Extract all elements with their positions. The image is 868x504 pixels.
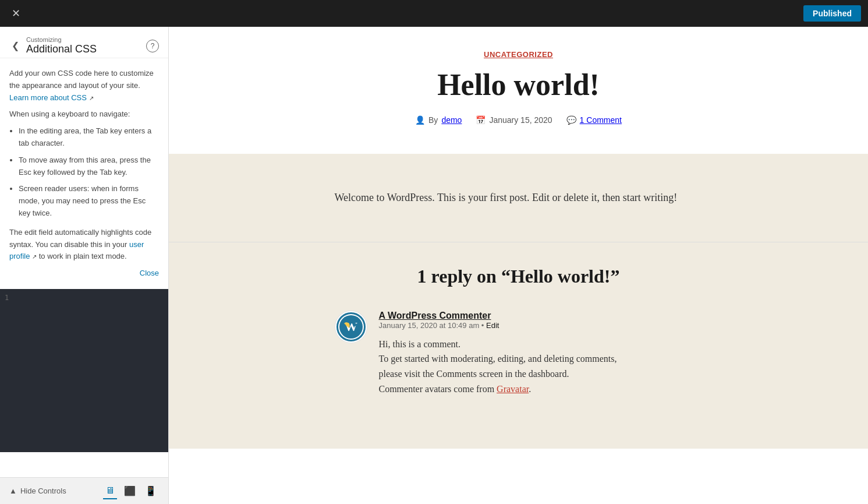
- main-layout: Customizing Additional CSS ? Add your ow…: [0, 27, 868, 504]
- meta-date: 📅 January 15, 2020: [476, 115, 552, 125]
- tablet-icon: ⬛: [124, 486, 136, 496]
- top-bar: ✕ Published: [0, 0, 868, 27]
- avatar: W: [335, 311, 367, 343]
- comments-section: 1 reply on “Hello world!” W: [169, 242, 868, 449]
- top-bar-left: ✕: [7, 6, 25, 21]
- svg-point-4: [346, 323, 349, 326]
- comment-text: Hi, this is a comment. To get started wi…: [379, 337, 703, 396]
- comment-icon: 💬: [566, 115, 576, 125]
- author-label: By: [428, 115, 438, 125]
- desktop-device-button[interactable]: 🖥: [103, 483, 117, 499]
- sidebar-content: Add your own CSS code here to customize …: [0, 58, 168, 289]
- ext-link-icon2: ↗: [32, 253, 37, 260]
- sidebar-header-left: Customizing Additional CSS: [9, 36, 97, 55]
- svg-point-5: [353, 323, 356, 326]
- hide-controls-button[interactable]: ▲ Hide Controls: [9, 487, 66, 495]
- keyboard-tips-list: In the editing area, the Tab key enters …: [9, 125, 159, 220]
- post-body: Welcome to WordPress. This is your first…: [169, 154, 868, 242]
- keyboard-tip-1: In the editing area, the Tab key enters …: [19, 125, 159, 150]
- calendar-icon: 📅: [476, 115, 486, 125]
- person-icon: 👤: [415, 115, 425, 125]
- comment-author[interactable]: A WordPress Commenter: [379, 311, 703, 321]
- arrow-up-icon: ▲: [9, 487, 17, 495]
- arrow-left-icon: [12, 41, 19, 51]
- sidebar-bottom: ▲ Hide Controls 🖥 ⬛ 📱: [0, 477, 168, 504]
- css-textarea[interactable]: [0, 289, 168, 452]
- comment-date: January 15, 2020 at 10:49 am • Edit: [379, 321, 703, 330]
- plain-text-note: to work in plain text mode.: [39, 252, 127, 260]
- ext-link-icon: ↗: [89, 95, 94, 101]
- keyboard-tip-2: To move away from this area, press the E…: [19, 154, 159, 179]
- comment-body: A WordPress Commenter January 15, 2020 a…: [379, 311, 703, 396]
- comments-title: 1 reply on “Hello world!”: [335, 266, 703, 287]
- comments-link[interactable]: 1 Comment: [580, 115, 622, 125]
- comments-inner: 1 reply on “Hello world!” W: [321, 266, 717, 396]
- sidebar-title-group: Customizing Additional CSS: [26, 36, 97, 55]
- meta-comments: 💬 1 Comment: [566, 115, 622, 125]
- hide-controls-label: Hide Controls: [20, 487, 66, 495]
- gravatar-link[interactable]: Gravatar: [497, 384, 529, 394]
- tablet-device-button[interactable]: ⬛: [122, 483, 138, 499]
- desktop-icon: 🖥: [105, 485, 115, 495]
- learn-more-link[interactable]: Learn more about CSS: [9, 93, 87, 102]
- keyboard-tip-3: Screen reader users: when in forms mode,…: [19, 183, 159, 219]
- post-header: UNCATEGORIZED Hello world! 👤 By demo 📅 J…: [169, 27, 868, 154]
- wordpress-logo-icon: W: [335, 311, 367, 343]
- published-button[interactable]: Published: [803, 5, 861, 22]
- keyboard-nav-label: When using a keyboard to navigate:: [9, 108, 159, 121]
- meta-author: 👤 By demo: [415, 115, 462, 125]
- sidebar: Customizing Additional CSS ? Add your ow…: [0, 27, 169, 504]
- svg-text:W: W: [345, 319, 357, 334]
- mobile-device-button[interactable]: 📱: [143, 483, 159, 499]
- preview-area: UNCATEGORIZED Hello world! 👤 By demo 📅 J…: [169, 27, 868, 504]
- mobile-icon: 📱: [145, 486, 157, 496]
- device-buttons: 🖥 ⬛ 📱: [103, 483, 159, 499]
- help-button[interactable]: ?: [146, 40, 159, 52]
- post-content: Welcome to WordPress. This is your first…: [335, 189, 703, 207]
- sidebar-title: Additional CSS: [26, 43, 97, 55]
- close-button[interactable]: ✕: [7, 6, 25, 21]
- close-link[interactable]: Close: [9, 267, 159, 280]
- line-number: 1: [5, 294, 9, 302]
- post-body-inner: Welcome to WordPress. This is your first…: [321, 189, 717, 207]
- sidebar-scroll: Add your own CSS code here to customize …: [0, 58, 168, 477]
- post-title: Hello world!: [169, 68, 868, 101]
- edit-comment-link[interactable]: Edit: [486, 321, 499, 330]
- css-editor: 1: [0, 289, 168, 452]
- comment-item: W A WordPress Commenter January 15, 2020…: [335, 311, 703, 396]
- description-text: Add your own CSS code here to customize …: [9, 68, 159, 104]
- post-meta: 👤 By demo 📅 January 15, 2020 💬 1 Comment: [169, 115, 868, 142]
- post-category[interactable]: UNCATEGORIZED: [169, 50, 868, 59]
- post-date: January 15, 2020: [489, 115, 552, 125]
- sidebar-header: Customizing Additional CSS ?: [0, 27, 168, 58]
- author-link[interactable]: demo: [441, 115, 462, 125]
- back-button[interactable]: [9, 38, 22, 54]
- customizing-label: Customizing: [26, 36, 97, 43]
- edit-field-note: The edit field automatically highlights …: [9, 227, 159, 263]
